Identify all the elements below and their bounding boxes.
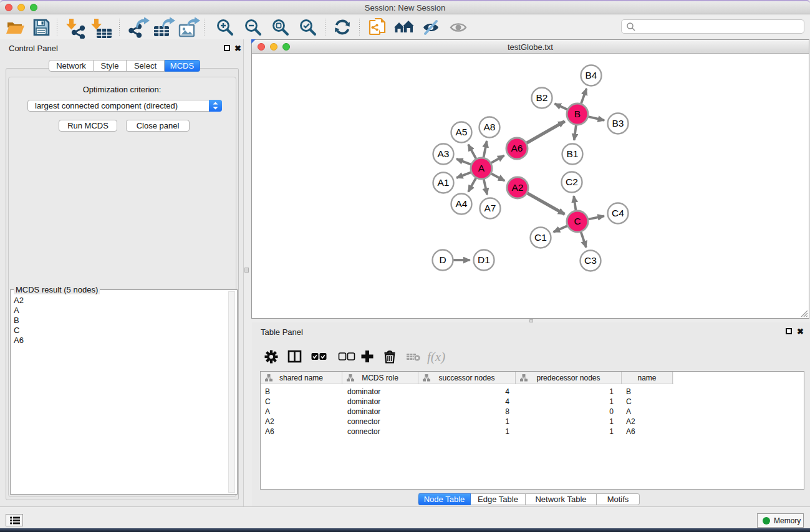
- svg-text:C2: C2: [566, 177, 578, 187]
- svg-text:A4: A4: [456, 198, 468, 209]
- svg-text:A5: A5: [456, 127, 468, 137]
- svg-text:D: D: [439, 254, 446, 265]
- svg-text:B1: B1: [567, 148, 579, 159]
- svg-text:A1: A1: [438, 177, 450, 188]
- svg-text:A7: A7: [485, 203, 496, 213]
- svg-text:C1: C1: [534, 232, 547, 243]
- svg-text:A8: A8: [484, 122, 496, 132]
- svg-text:D1: D1: [478, 254, 490, 265]
- svg-text:C3: C3: [584, 255, 597, 266]
- svg-text:C4: C4: [612, 208, 624, 218]
- svg-text:B4: B4: [586, 70, 597, 80]
- svg-text:A2: A2: [512, 182, 524, 193]
- svg-text:A3: A3: [438, 148, 450, 159]
- svg-text:B: B: [574, 109, 581, 119]
- svg-text:B2: B2: [536, 92, 548, 103]
- svg-text:f(x): f(x): [427, 350, 445, 364]
- svg-text:B3: B3: [612, 118, 624, 128]
- svg-text:A: A: [478, 163, 485, 173]
- svg-text:A6: A6: [511, 143, 523, 153]
- svg-text:C: C: [574, 216, 581, 226]
